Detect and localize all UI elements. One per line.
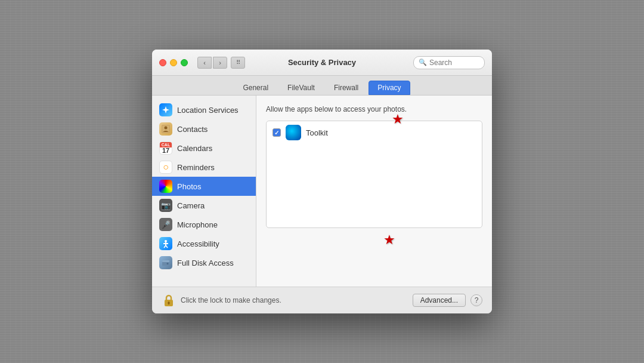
- footer: Click the lock to make changes. Advanced…: [152, 287, 492, 313]
- sidebar-item-label-photos: Photos: [177, 182, 201, 191]
- search-input[interactable]: [429, 59, 479, 67]
- sidebar-item-label-camera: Camera: [177, 201, 205, 210]
- search-box[interactable]: 🔍: [413, 56, 485, 69]
- app-item-toolkit: Toolkit: [267, 121, 482, 144]
- sidebar-item-camera[interactable]: 📷 Camera: [152, 196, 256, 215]
- window-title: Security & Privacy: [288, 58, 356, 67]
- grid-button[interactable]: ⠿: [231, 57, 245, 69]
- svg-point-2: [165, 127, 168, 130]
- search-icon: 🔍: [419, 59, 427, 66]
- sidebar-item-label-full-disk-access: Full Disk Access: [177, 259, 234, 267]
- panel-description: Allow the apps below to access your phot…: [266, 105, 482, 113]
- forward-button[interactable]: ›: [213, 57, 227, 69]
- lock-svg: [163, 293, 175, 307]
- sidebar-item-label-reminders: Reminders: [177, 163, 215, 172]
- right-panel: Allow the apps below to access your phot…: [256, 96, 492, 287]
- system-preferences-window: ‹ › ⠿ Security & Privacy 🔍 General FileV…: [152, 50, 492, 313]
- camera-icon: 📷: [159, 199, 172, 212]
- grid-icon: ⠿: [236, 59, 240, 66]
- nav-arrows: ‹ ›: [197, 57, 227, 69]
- calendars-icon: CAL 17: [159, 141, 172, 155]
- sidebar-item-label-location: Location Services: [177, 106, 239, 115]
- app-name-toolkit: Toolkit: [306, 128, 328, 137]
- contacts-icon: [159, 122, 172, 136]
- titlebar: ‹ › ⠿ Security & Privacy 🔍: [152, 50, 492, 76]
- lock-icon[interactable]: [162, 293, 176, 307]
- reminders-icon: ○: [159, 161, 172, 174]
- sidebar-item-photos[interactable]: Photos: [152, 177, 256, 196]
- advanced-button[interactable]: Advanced...: [413, 294, 466, 307]
- minimize-button[interactable]: [170, 59, 177, 66]
- sidebar-item-calendars[interactable]: CAL 17 Calendars: [152, 139, 256, 158]
- tab-firewall[interactable]: Firewall: [325, 81, 367, 95]
- lock-text: Click the lock to make changes.: [181, 296, 281, 304]
- tab-general[interactable]: General: [234, 81, 277, 95]
- svg-rect-12: [168, 302, 170, 304]
- sidebar-item-reminders[interactable]: ○ Reminders: [152, 158, 256, 177]
- sidebar-item-contacts[interactable]: Contacts: [152, 119, 256, 139]
- sidebar-item-location-services[interactable]: Location Services: [152, 100, 256, 119]
- footer-buttons: Advanced... ?: [413, 294, 482, 307]
- help-button[interactable]: ?: [470, 294, 482, 306]
- svg-point-10: [167, 263, 169, 264]
- tab-privacy[interactable]: Privacy: [369, 81, 410, 95]
- sidebar-item-full-disk-access[interactable]: Full Disk Access: [152, 253, 256, 272]
- forward-arrow-icon: ›: [219, 59, 221, 66]
- svg-rect-9: [162, 260, 169, 262]
- svg-point-3: [165, 240, 167, 242]
- sidebar-item-microphone[interactable]: 🎤 Microphone: [152, 215, 256, 234]
- sidebar-item-label-accessibility: Accessibility: [177, 239, 219, 248]
- lock-section: Click the lock to make changes.: [162, 293, 281, 307]
- sidebar: Location Services Contacts CAL 17: [152, 96, 256, 287]
- apps-list: Toolkit: [266, 121, 482, 228]
- sidebar-item-label-contacts: Contacts: [177, 125, 208, 134]
- toolkit-app-icon: [286, 125, 301, 140]
- app-checkbox-toolkit[interactable]: [273, 128, 281, 137]
- location-services-icon: [159, 103, 172, 116]
- maximize-button[interactable]: [181, 59, 188, 66]
- tabs-bar: General FileVault Firewall Privacy: [152, 76, 492, 96]
- tab-filevault[interactable]: FileVault: [278, 81, 324, 95]
- accessibility-icon: [159, 237, 172, 250]
- disk-icon: [159, 256, 172, 269]
- content-area: Location Services Contacts CAL 17: [152, 96, 492, 287]
- microphone-icon: 🎤: [159, 218, 172, 231]
- back-button[interactable]: ‹: [197, 57, 212, 69]
- traffic-lights: [159, 59, 188, 66]
- sidebar-item-label-microphone: Microphone: [177, 220, 218, 229]
- svg-line-7: [166, 245, 168, 248]
- close-button[interactable]: [159, 59, 166, 66]
- photos-icon: [159, 180, 172, 193]
- back-arrow-icon: ‹: [203, 59, 206, 66]
- sidebar-item-accessibility[interactable]: Accessibility: [152, 234, 256, 253]
- sidebar-item-label-calendars: Calendars: [177, 144, 212, 153]
